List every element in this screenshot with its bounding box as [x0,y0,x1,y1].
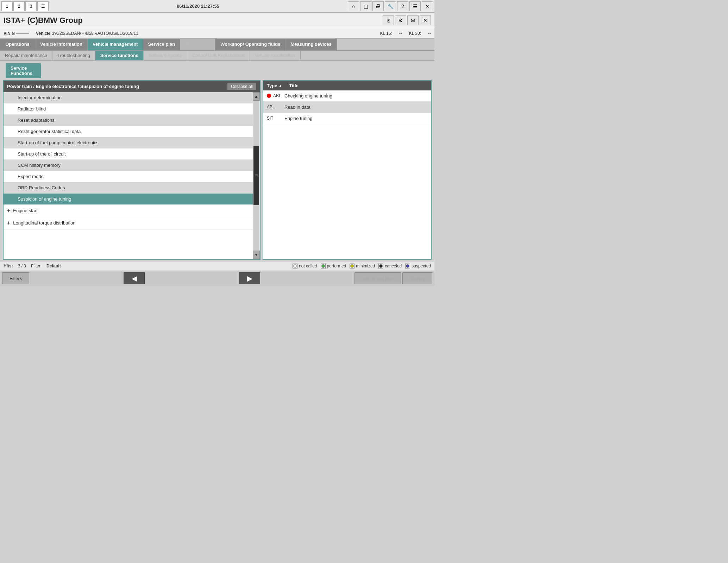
nav-tab-operations[interactable]: Operations [0,39,35,50]
right-panel: Type ▲ Title ABL Checking engine tuning … [263,80,432,260]
not-called-icon [293,264,297,268]
tab-1-button[interactable]: 1 [1,1,13,11]
status-bar: Hits: 3 / 3 Filter: Default not called p… [0,261,434,271]
list-item-label: Longitudinal torque distribution [13,220,75,226]
envelope-icon-button[interactable]: ✉ [407,15,419,25]
filters-button[interactable]: Filters [2,272,29,284]
list-item-selected[interactable]: Suspicion of engine tuning [4,194,253,205]
filter-label: Filter: [31,264,42,268]
scroll-up-button[interactable]: ▲ [253,92,260,101]
vin-label: VIN N [4,31,15,36]
nav-tab-vehicle-info[interactable]: Vehicle information [35,39,88,50]
sub-tab-service-functions[interactable]: Service functions [95,51,144,60]
expand-icon: + [7,208,10,214]
hits-label: Hits: [4,264,13,268]
nav-tab-measuring[interactable]: Measuring devices [285,39,337,50]
list-view-icon-button[interactable]: ☰ [409,1,421,11]
list-item[interactable]: Expert mode [4,171,253,182]
type-cell: SIT [267,116,284,121]
title-column-header: Title [285,81,302,90]
expand-icon: + [7,220,10,226]
legend-suspected: suspected [405,264,431,268]
vin-bar: VIN N ——— Vehicle 3'/G20/SEDAN/ - /B58,-… [0,28,434,39]
legend-performed-label: performed [327,264,346,268]
gear-icon-button[interactable]: ⚙ [395,15,406,25]
tab-2-button[interactable]: 2 [13,1,25,11]
list-item[interactable]: CCM history memory [4,160,253,171]
right-list-item[interactable]: ABL Checking engine tuning [263,90,431,102]
list-item[interactable]: Start-up of the oil circuit [4,148,253,160]
type-cell: ABL [267,105,284,109]
sub-tab-software-update: Software update [144,51,187,60]
monitor-icon-button[interactable]: ◫ [360,1,371,11]
scrollbar: ▲ ☰ ▼ [253,92,260,259]
list-icon-button[interactable]: ☰ [37,1,49,11]
right-list-item[interactable]: ABL Read in data [263,102,431,113]
help-icon-button[interactable]: ? [397,1,408,11]
back-button[interactable]: ◀ [124,272,145,284]
list-item[interactable]: Start-up of fuel pump control electronic… [4,137,253,148]
legend-not-called: not called [293,264,317,268]
list-item[interactable]: Injector determination [4,92,253,103]
tab-3-button[interactable]: 3 [25,1,37,11]
nav-tabs: Operations Vehicle information Vehicle m… [0,39,434,51]
add-to-test-plan-button[interactable]: Add to test plan [354,272,401,284]
app-header: ISTA+ (C)BMW Group ⎘ ⚙ ✉ ✕ [0,13,434,28]
datetime-display: 06/11/2020 21:27:55 [177,4,219,9]
nav-tab-service-plan[interactable]: Service plan [143,39,181,50]
sub-tab-repair[interactable]: Repair/ maintenance [0,51,52,60]
title-cell: Read in data [284,105,427,110]
scroll-down-button[interactable]: ▼ [253,251,260,259]
suspected-icon [405,264,410,268]
legend: not called performed minimized canceled … [293,264,431,268]
left-panel-title: Power train / Engine electronics / Suspi… [7,84,139,89]
kl15-label: KL 15: [380,31,392,36]
nav-tab-favourites[interactable]: Favourites [180,39,215,50]
nav-tab-vehicle-management[interactable]: Vehicle management [88,39,143,50]
right-panel-header: Type ▲ Title [263,81,431,90]
list-item[interactable]: Reset adaptations [4,115,253,126]
kl30-label: KL 30: [409,31,421,36]
app-title: ISTA+ (C)BMW Group [4,16,382,25]
home-icon-button[interactable]: ⌂ [348,1,359,11]
list-item-expandable[interactable]: + Longitudinal torque distribution [4,217,253,229]
type-column-header[interactable]: Type ▲ [263,81,285,90]
scroll-lines-icon: ☰ [255,173,258,177]
copy-icon-button[interactable]: ⎘ [383,15,394,25]
legend-minimized: minimized [350,264,375,268]
sub-tab-troubleshooting[interactable]: Troubleshooting [52,51,95,60]
main-content: Power train / Engine electronics / Suspi… [0,78,434,261]
vehicle-label: Vehicle [36,31,50,36]
forward-button[interactable]: ▶ [239,272,260,284]
hits-value: 3 / 3 [18,264,26,268]
title-cell: Checking engine tuning [284,93,427,99]
list-item-expandable[interactable]: + Engine start [4,205,253,217]
minimized-icon [350,264,354,268]
list-item[interactable]: Radiator blind [4,103,253,115]
title-cell: Engine tuning [284,116,427,121]
scroll-thumb: ☰ [253,146,259,205]
wrench-icon-button[interactable]: 🔧 [385,1,396,11]
left-list: Injector determination Radiator blind Re… [4,92,253,259]
scroll-track[interactable]: ☰ [253,101,259,250]
legend-not-called-label: not called [299,264,317,268]
sub-tab-vehicle-modification: Vehicle modification [250,51,301,60]
sort-arrow-icon: ▲ [278,84,282,88]
list-item[interactable]: OBD Readiness Codes [4,182,253,194]
red-dot-icon [267,94,271,98]
list-item[interactable]: Reset generator statistical data [4,126,253,137]
display-button[interactable]: Display [402,272,432,284]
print-icon-button[interactable]: 🖶 [372,1,384,11]
vin-value: ——— [16,31,29,36]
close-icon-button[interactable]: ✕ [422,1,433,11]
left-panel-body: Injector determination Radiator blind Re… [4,92,260,259]
collapse-all-button[interactable]: Collapse all [227,83,256,90]
breadcrumb: Service Functions [6,63,41,78]
close-app-icon-button[interactable]: ✕ [420,15,431,25]
legend-minimized-label: minimized [356,264,375,268]
bottom-bar: Filters ◀ ▶ Add to test plan Display [0,271,434,286]
right-list-item[interactable]: SIT Engine tuning [263,113,431,124]
nav-tab-workshop[interactable]: Workshop/ Operating fluids [215,39,285,50]
list-item-label: Engine start [13,208,37,213]
legend-canceled: canceled [378,264,402,268]
